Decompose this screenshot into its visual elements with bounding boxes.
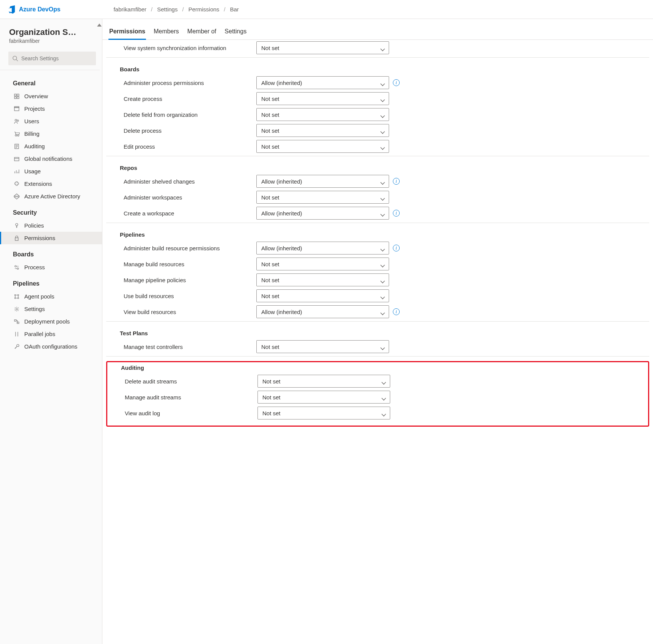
permission-label: Delete field from organization: [124, 112, 253, 118]
search-icon: [12, 55, 18, 61]
permission-select[interactable]: Allow (inherited): [256, 175, 389, 188]
permission-select[interactable]: Not set: [256, 41, 389, 54]
permission-row: View system synchronization information …: [106, 40, 649, 56]
svg-point-11: [17, 135, 19, 136]
permission-row: Administer shelved changesAllow (inherit…: [106, 173, 649, 189]
permission-row: Edit processNot set: [106, 138, 649, 154]
permissions-icon: [14, 235, 20, 241]
permission-row: Manage build resourcesNot set: [106, 256, 649, 272]
section-title-test-plans: Test Plans: [106, 322, 649, 339]
permission-row: Use build resourcesNot set: [106, 288, 649, 304]
breadcrumb-item[interactable]: Settings: [157, 6, 177, 13]
sidebar-item-settings[interactable]: Settings: [0, 303, 102, 315]
sidebar-item-label: Auditing: [24, 143, 45, 149]
svg-point-26: [15, 294, 16, 295]
permission-label: View build resources: [124, 309, 253, 315]
permission-select[interactable]: Not set: [257, 391, 390, 404]
permission-select[interactable]: Not set: [256, 191, 389, 204]
sidebar-item-label: Parallel jobs: [24, 331, 55, 337]
page-title: Organization Setti…: [0, 19, 87, 38]
svg-rect-4: [14, 97, 16, 99]
section-title-boards: Boards: [106, 58, 649, 75]
info-icon[interactable]: [393, 308, 400, 315]
breadcrumb-item[interactable]: Bar: [230, 6, 239, 13]
permission-select[interactable]: Allow (inherited): [256, 76, 389, 89]
sidebar-item-oauth-configurations[interactable]: OAuth configurations: [0, 340, 102, 353]
permission-row: Manage pipeline policiesNot set: [106, 272, 649, 288]
tab-member-of[interactable]: Member of: [187, 26, 217, 39]
permission-select[interactable]: Allow (inherited): [256, 305, 389, 318]
sidebar-item-extensions[interactable]: Extensions: [0, 177, 102, 190]
svg-rect-16: [14, 157, 19, 161]
permission-select[interactable]: Not set: [257, 375, 390, 388]
permission-label: Delete process: [124, 127, 253, 134]
tab-permissions[interactable]: Permissions: [108, 26, 146, 39]
product-name: Azure DevOps: [19, 6, 60, 13]
permission-row: View audit logNot set: [107, 405, 646, 421]
sidebar-item-auditing[interactable]: Auditing: [0, 140, 102, 152]
permission-select[interactable]: Not set: [256, 92, 389, 105]
info-icon[interactable]: [393, 79, 400, 86]
nav-group-boards: Boards: [0, 244, 102, 261]
permission-select[interactable]: Not set: [257, 407, 390, 419]
permission-select[interactable]: Allow (inherited): [256, 242, 389, 254]
svg-point-24: [15, 265, 16, 267]
settings-icon: [14, 306, 20, 312]
nav-group-security: Security: [0, 203, 102, 219]
product-logo[interactable]: Azure DevOps: [8, 5, 60, 14]
main-content: PermissionsMembersMember ofSettings View…: [102, 19, 653, 644]
sidebar-item-parallel-jobs[interactable]: Parallel jobs: [0, 328, 102, 340]
permission-select[interactable]: Not set: [256, 124, 389, 137]
permission-select[interactable]: Allow (inherited): [256, 207, 389, 220]
section-title-repos: Repos: [106, 156, 649, 173]
svg-point-8: [15, 119, 17, 121]
permission-select[interactable]: Not set: [256, 140, 389, 153]
sidebar-item-agent-pools[interactable]: Agent pools: [0, 290, 102, 303]
permission-label: Administer process permissions: [124, 80, 253, 86]
search-input[interactable]: [21, 55, 92, 61]
sidebar-item-usage[interactable]: Usage: [0, 165, 102, 177]
sidebar-item-label: Users: [24, 118, 39, 124]
permission-label: Manage audit streams: [125, 394, 254, 401]
permission-select[interactable]: Not set: [256, 258, 389, 270]
svg-point-0: [13, 56, 17, 60]
sidebar-item-process[interactable]: Process: [0, 261, 102, 273]
sidebar-item-users[interactable]: Users: [0, 115, 102, 127]
permission-select[interactable]: Not set: [256, 273, 389, 286]
sidebar-item-global-notifications[interactable]: Global notifications: [0, 152, 102, 165]
breadcrumb-item[interactable]: fabrikamfiber: [113, 6, 146, 13]
breadcrumb-item[interactable]: Permissions: [188, 6, 220, 13]
permission-row: Delete field from organizationNot set: [106, 107, 649, 123]
search-box[interactable]: [8, 52, 96, 65]
sidebar-item-overview[interactable]: Overview: [0, 90, 102, 102]
sidebar-item-projects[interactable]: Projects: [0, 102, 102, 115]
permission-row: Delete audit streamsNot set: [107, 373, 646, 389]
permission-row: Administer workspacesNot set: [106, 189, 649, 205]
permission-label: View audit log: [125, 410, 254, 416]
svg-point-27: [18, 294, 19, 295]
tab-members[interactable]: Members: [153, 26, 180, 39]
sidebar-item-label: Billing: [24, 130, 39, 137]
azure-devops-icon: [8, 5, 16, 14]
sidebar-item-permissions[interactable]: Permissions: [0, 232, 102, 244]
process-icon: [14, 264, 20, 270]
permission-select[interactable]: Not set: [256, 108, 389, 121]
info-icon[interactable]: [393, 245, 400, 251]
info-icon[interactable]: [393, 178, 400, 185]
sidebar-item-policies[interactable]: Policies: [0, 219, 102, 232]
svg-rect-3: [17, 94, 19, 96]
sidebar-item-azure-active-directory[interactable]: Azure Active Directory: [0, 190, 102, 203]
permission-select[interactable]: Not set: [256, 289, 389, 302]
extensions-icon: [14, 181, 20, 187]
tab-settings[interactable]: Settings: [224, 26, 247, 39]
svg-rect-5: [17, 97, 19, 99]
permission-label: Administer build resource permissions: [124, 245, 253, 251]
permission-select[interactable]: Not set: [256, 340, 389, 353]
sidebar-item-label: Overview: [24, 93, 48, 99]
sidebar-item-billing[interactable]: Billing: [0, 127, 102, 140]
section-title-auditing: Auditing: [107, 362, 646, 373]
sidebar-item-deployment-pools[interactable]: Deployment pools: [0, 315, 102, 328]
sidebar-item-label: Extensions: [24, 181, 52, 187]
scroll-up-icon[interactable]: [96, 20, 102, 30]
info-icon[interactable]: [393, 210, 400, 217]
